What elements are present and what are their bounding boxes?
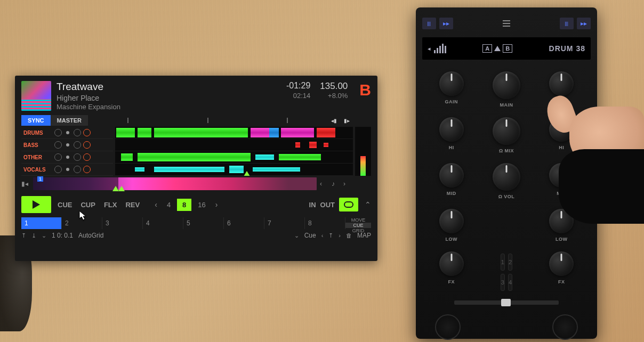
- sync-button[interactable]: SYNC: [21, 115, 51, 126]
- stem-fx-icon[interactable]: [83, 166, 91, 173]
- hotcue-3[interactable]: 3: [102, 217, 143, 229]
- flx-button[interactable]: FLX: [102, 201, 119, 209]
- cue-type-button[interactable]: Cue: [304, 232, 316, 239]
- pitch-value[interactable]: +8.0%: [328, 92, 348, 100]
- cue-delete-icon[interactable]: 🗑: [346, 232, 352, 239]
- grid-marker-right-icon[interactable]: ⤓: [31, 232, 36, 239]
- beatjump-16-button[interactable]: 16: [192, 199, 211, 211]
- phase-meter: [88, 118, 327, 123]
- stem-vol-icon[interactable]: [66, 156, 69, 159]
- stem-row-bass[interactable]: BASS: [21, 139, 113, 151]
- hotcue-2[interactable]: 2: [62, 217, 102, 229]
- hotcue-row: 1 2 3 4 5 6 7 8 MOVE CUE GRID: [15, 217, 377, 229]
- cue-button[interactable]: CUE: [55, 201, 74, 209]
- track-title: Treatwave: [57, 81, 281, 93]
- knob-vol[interactable]: [493, 163, 520, 191]
- screen-level-icon: [434, 44, 446, 53]
- ctrl-top-ff-icon[interactable]: ▸▸: [439, 18, 453, 29]
- knob-mid-a[interactable]: [439, 163, 464, 188]
- ctrl-top-eq-icon[interactable]: ⫼: [422, 18, 436, 29]
- stem-filter-icon[interactable]: [74, 153, 81, 161]
- hotcue-6[interactable]: 6: [224, 217, 264, 229]
- stem-row-drums[interactable]: DRUMS: [21, 127, 113, 139]
- stem-fx-icon[interactable]: [83, 153, 91, 161]
- rev-button[interactable]: REV: [123, 201, 142, 209]
- stem-filter-icon[interactable]: [74, 129, 81, 136]
- screen-deck-b: B: [503, 44, 512, 53]
- beatjump-8-button[interactable]: 8: [177, 199, 191, 211]
- master-button[interactable]: MASTER: [51, 115, 88, 126]
- ctrl-top-eq2-icon[interactable]: ⫼: [560, 18, 574, 29]
- ctrl-top-ff2-icon[interactable]: ▸▸: [577, 18, 591, 29]
- jog-wheel-a[interactable]: [435, 314, 461, 340]
- stem-mute-icon[interactable]: [54, 153, 62, 161]
- overview-waveform[interactable]: 1: [33, 177, 317, 190]
- play-button[interactable]: [21, 196, 51, 213]
- stem-row-other[interactable]: OTHER: [21, 151, 113, 164]
- loop-in-button[interactable]: IN: [309, 201, 316, 209]
- stem-row-vocals[interactable]: VOCALS: [21, 164, 113, 176]
- crossfader[interactable]: [454, 300, 559, 305]
- cue-marker[interactable]: 1: [37, 176, 43, 182]
- stem-mute-icon[interactable]: [54, 129, 62, 136]
- hotcue-7[interactable]: 7: [264, 217, 305, 229]
- cue-store-button[interactable]: ⤒: [328, 232, 333, 239]
- beatjump-next-button[interactable]: ›: [212, 200, 221, 209]
- pad-4[interactable]: 4: [508, 274, 512, 291]
- map-button[interactable]: MAP: [357, 232, 371, 239]
- nudge-back-button[interactable]: ◂▮: [327, 116, 340, 125]
- bpm-value[interactable]: 135.00: [320, 81, 348, 92]
- hotcue-1[interactable]: 1: [21, 217, 62, 229]
- overview-left-button[interactable]: ‹: [320, 180, 328, 188]
- overview-prev-button[interactable]: ▮◂: [21, 180, 30, 188]
- knob-gain-a[interactable]: [439, 71, 464, 96]
- time-total: 02:14: [293, 92, 311, 100]
- jog-wheel-b[interactable]: [552, 314, 578, 340]
- hotcue-mode-cue[interactable]: CUE: [345, 223, 371, 228]
- beatjump-prev-button[interactable]: ‹: [151, 200, 160, 209]
- stem-filter-icon[interactable]: [74, 141, 81, 149]
- knob-fx-b[interactable]: [549, 251, 574, 276]
- hotcue-mode-move[interactable]: MOVE: [345, 217, 371, 223]
- stem-mute-icon[interactable]: [54, 141, 62, 149]
- stem-mute-icon[interactable]: [54, 166, 62, 173]
- knob-main[interactable]: [493, 71, 520, 99]
- stem-vol-icon[interactable]: [66, 168, 69, 171]
- stems-list: DRUMS BASS OTHER VOCALS: [21, 127, 113, 176]
- cover-art[interactable]: [21, 81, 51, 111]
- knob-fx-a[interactable]: [439, 251, 464, 276]
- cue-dropdown-icon[interactable]: ⌄: [294, 232, 299, 239]
- hotcue-4[interactable]: 4: [143, 217, 183, 229]
- knob-gain-b[interactable]: [549, 71, 574, 96]
- loop-active-button[interactable]: [339, 198, 358, 211]
- autogrid-button[interactable]: AutoGrid: [78, 232, 103, 239]
- hotcue-5[interactable]: 5: [183, 217, 224, 229]
- hotcue-8[interactable]: 8: [305, 217, 345, 229]
- beatjump-4-button[interactable]: 4: [162, 199, 176, 211]
- pad-3[interactable]: 3: [501, 274, 505, 291]
- cue-next-button[interactable]: ›: [339, 232, 341, 239]
- loop-out-button[interactable]: OUT: [320, 201, 335, 209]
- ctrl-menu-button[interactable]: [500, 18, 513, 29]
- grid-marker-left-icon[interactable]: ⤒: [21, 232, 26, 239]
- expand-button[interactable]: ⌃: [365, 200, 371, 209]
- grid-dropdown-icon[interactable]: ⌄: [42, 232, 46, 239]
- deck-letter: B: [359, 81, 371, 99]
- pad-2[interactable]: 2: [508, 254, 512, 271]
- stem-fx-icon[interactable]: [83, 141, 91, 149]
- stem-filter-icon[interactable]: [74, 166, 81, 173]
- stem-fx-icon[interactable]: [83, 129, 91, 136]
- cue-prev-button[interactable]: ‹: [321, 232, 324, 239]
- waveform-display[interactable]: [115, 127, 353, 176]
- knob-low-a[interactable]: [439, 209, 464, 233]
- nudge-fwd-button[interactable]: ▮▸: [340, 116, 353, 125]
- knob-hi-a[interactable]: [439, 117, 464, 142]
- loop-icon: [344, 201, 353, 208]
- pad-1[interactable]: 1: [501, 254, 505, 271]
- overview-right-button[interactable]: ›: [343, 180, 352, 188]
- stem-vol-icon[interactable]: [66, 131, 69, 134]
- overview-note-icon[interactable]: ♪: [332, 180, 340, 188]
- cup-button[interactable]: CUP: [78, 201, 97, 209]
- stem-vol-icon[interactable]: [66, 143, 69, 146]
- knob-mix[interactable]: [493, 117, 520, 145]
